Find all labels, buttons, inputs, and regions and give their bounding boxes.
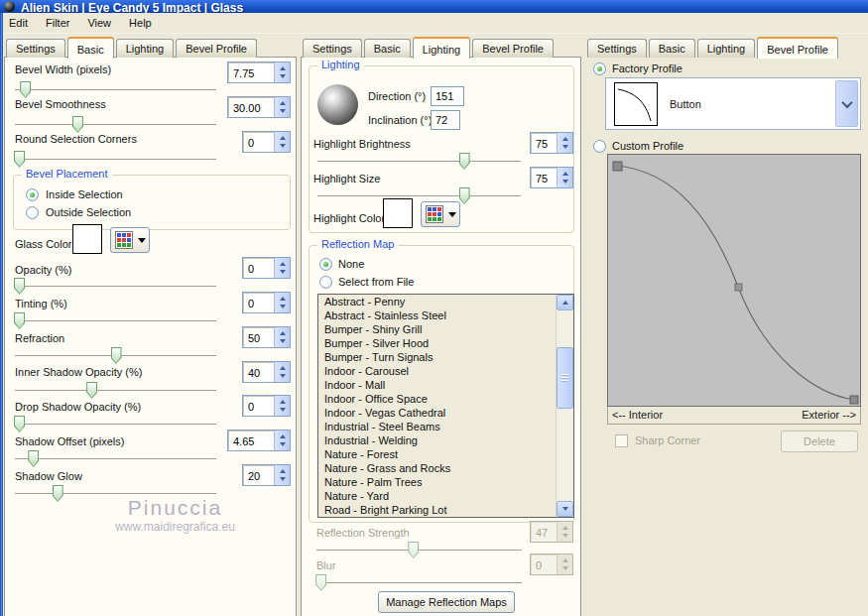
list-item[interactable]: Abstract - Penny — [318, 295, 573, 308]
list-item[interactable]: Industrial - Welding — [318, 433, 573, 447]
list-item[interactable]: Nature - Forest — [318, 447, 573, 461]
inside-selection-radio[interactable] — [26, 188, 39, 201]
middle-tab-basic[interactable]: Basic — [364, 39, 411, 58]
factory-profile-radio[interactable] — [593, 62, 606, 75]
spin-up-icon[interactable] — [562, 172, 568, 176]
spin-down-icon[interactable] — [562, 180, 568, 184]
opacity-spinbox[interactable]: 0 — [242, 257, 291, 279]
drop-shadow-value[interactable]: 0 — [243, 396, 274, 416]
right-tab-lighting[interactable]: Lighting — [697, 39, 756, 58]
scroll-thumb[interactable] — [557, 347, 573, 409]
spin-down-icon[interactable] — [280, 374, 286, 378]
highlight-color-picker-button[interactable] — [421, 201, 460, 227]
spin-up-icon[interactable] — [280, 434, 286, 438]
list-item[interactable]: Indoor - Mall — [318, 378, 573, 392]
list-item[interactable]: Nature - Yard — [318, 489, 573, 503]
list-item[interactable]: Nature - Grass and Rocks — [318, 461, 573, 475]
menu-view[interactable]: View — [78, 15, 120, 31]
list-item[interactable]: Bumper - Silver Hood — [318, 336, 573, 350]
custom-profile-radio[interactable] — [593, 140, 606, 153]
reflection-none-label[interactable]: None — [338, 258, 364, 270]
dropdown-strip[interactable] — [835, 80, 858, 127]
middle-tab-bevel-profile[interactable]: Bevel Profile — [472, 39, 554, 58]
reflection-file-label[interactable]: Select from File — [338, 276, 414, 288]
light-direction-sphere[interactable] — [317, 84, 358, 125]
highlight-brightness-value[interactable]: 75 — [531, 133, 557, 153]
spin-down-icon[interactable] — [280, 442, 286, 446]
spin-up-icon[interactable] — [280, 469, 286, 473]
shadow-offset-slider[interactable] — [15, 450, 216, 468]
right-tab-basic[interactable]: Basic — [649, 39, 695, 58]
left-tab-bevel-profile[interactable]: Bevel Profile — [176, 39, 257, 58]
right-tab-settings[interactable]: Settings — [587, 39, 647, 58]
custom-profile-label[interactable]: Custom Profile — [612, 140, 683, 152]
list-item[interactable]: Indoor - Carousel — [318, 364, 573, 378]
middle-tab-settings[interactable]: Settings — [303, 39, 362, 58]
outside-selection-label[interactable]: Outside Selection — [46, 206, 131, 218]
left-tab-basic[interactable]: Basic — [67, 37, 114, 59]
spin-down-icon[interactable] — [280, 144, 286, 148]
scroll-down-button[interactable] — [557, 501, 573, 517]
spin-arrows[interactable] — [557, 168, 572, 187]
spin-arrows[interactable] — [274, 327, 290, 347]
slider-thumb[interactable] — [14, 151, 25, 168]
list-item[interactable]: Abstract - Stainless Steel — [318, 308, 573, 322]
tinting-slider[interactable] — [15, 312, 216, 330]
scroll-up-button[interactable] — [557, 295, 573, 310]
slider-thumb[interactable] — [14, 278, 25, 295]
slider-thumb[interactable] — [53, 485, 63, 502]
round-corners-spinbox[interactable]: 0 — [242, 131, 291, 153]
spin-down-icon[interactable] — [280, 477, 286, 481]
spin-down-icon[interactable] — [280, 339, 286, 343]
glass-color-swatch[interactable] — [72, 224, 102, 254]
spin-up-icon[interactable] — [280, 331, 286, 335]
refraction-value[interactable]: 50 — [243, 327, 274, 347]
slider-thumb[interactable] — [14, 416, 25, 432]
inner-shadow-slider[interactable] — [15, 382, 216, 400]
tinting-value[interactable]: 0 — [243, 293, 274, 312]
inside-selection-label[interactable]: Inside Selection — [46, 188, 123, 200]
spin-arrows[interactable] — [274, 258, 290, 278]
list-item[interactable]: Industrial - Steel Beams — [318, 420, 573, 433]
spin-arrows[interactable] — [274, 465, 290, 485]
left-tab-lighting[interactable]: Lighting — [116, 39, 175, 58]
glass-color-picker-button[interactable] — [110, 227, 150, 253]
spin-arrows[interactable] — [274, 431, 290, 450]
reflection-none-radio[interactable] — [319, 258, 332, 271]
slider-thumb[interactable] — [20, 81, 31, 98]
spin-up-icon[interactable] — [280, 66, 286, 70]
shadow-glow-value[interactable]: 20 — [243, 465, 274, 485]
spin-arrows[interactable] — [274, 396, 290, 416]
spin-down-icon[interactable] — [280, 74, 286, 78]
spin-arrows[interactable] — [274, 362, 290, 382]
bevel-width-slider[interactable] — [15, 81, 216, 99]
inner-shadow-spinbox[interactable]: 40 — [242, 361, 291, 383]
tinting-spinbox[interactable]: 0 — [242, 292, 291, 313]
spin-arrows[interactable] — [274, 97, 290, 117]
slider-thumb[interactable] — [28, 450, 39, 467]
slider-thumb[interactable] — [86, 382, 97, 399]
opacity-slider[interactable] — [15, 278, 216, 296]
spin-arrows[interactable] — [274, 132, 290, 152]
slider-thumb[interactable] — [72, 116, 83, 133]
slider-thumb[interactable] — [14, 312, 25, 329]
direction-input[interactable]: 151 — [431, 86, 464, 106]
drop-shadow-slider[interactable] — [15, 416, 216, 433]
highlight-brightness-slider[interactable] — [317, 153, 521, 171]
reflection-map-listbox[interactable]: Abstract - Penny Abstract - Stainless St… — [317, 294, 574, 518]
bevel-profile-curve-editor[interactable] — [607, 154, 861, 407]
highlight-size-spinbox[interactable]: 75 — [530, 167, 573, 188]
spin-up-icon[interactable] — [280, 400, 286, 404]
slider-thumb[interactable] — [111, 347, 122, 364]
bevel-width-value[interactable]: 7.75 — [228, 62, 274, 82]
spin-up-icon[interactable] — [280, 366, 286, 370]
bevel-smoothness-value[interactable]: 30.00 — [228, 97, 274, 117]
list-item[interactable]: Indoor - Vegas Cathedral — [318, 406, 573, 420]
slider-thumb[interactable] — [459, 153, 470, 170]
highlight-color-swatch[interactable] — [383, 198, 413, 228]
factory-profile-dropdown[interactable]: Button — [605, 77, 861, 130]
spin-up-icon[interactable] — [280, 297, 286, 301]
spin-up-icon[interactable] — [280, 136, 286, 140]
spin-arrows[interactable] — [557, 133, 572, 153]
list-item[interactable]: Nature - Palm Trees — [318, 475, 573, 489]
